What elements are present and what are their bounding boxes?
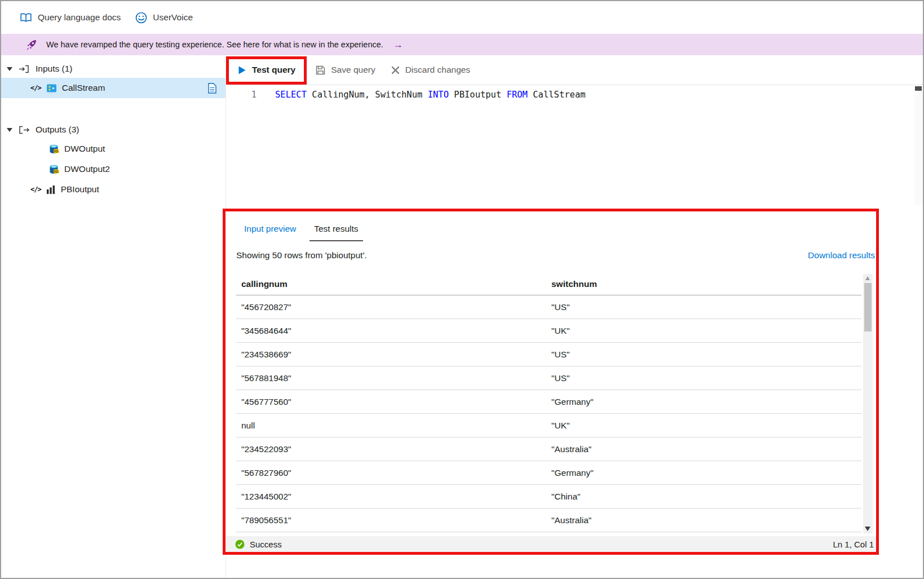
cell-switchnum: "Germany" [546,397,861,407]
tab-input-preview[interactable]: Input preview [244,224,296,241]
sql-database-icon: SQL [48,164,59,175]
cell-switchnum: "UK" [546,421,861,431]
play-icon [238,65,246,75]
cell-callingnum: "567881948" [236,373,546,383]
output-item-label: PBIoutput [61,184,99,195]
cell-callingnum: "789056551" [236,515,546,525]
top-bar: Query language docs UserVoice [1,1,923,34]
discard-changes-button[interactable]: Discard changes [391,65,470,75]
table-row: "567827960""Germany" [236,461,861,485]
status-bar: Success Ln 1, Col 1 [226,536,876,552]
sidebar-item-dwoutput[interactable]: SQL DWOutput [1,139,226,159]
cell-switchnum: "US" [546,302,861,312]
query-toolbar: Test query Save query Discard changes [226,55,923,85]
cell-switchnum: "US" [546,373,861,383]
results-scrollbar[interactable] [863,274,873,533]
banner-message: We have revamped the query testing exper… [46,40,383,49]
status-text: Success [250,540,282,549]
cell-callingnum: "567827960" [236,468,546,478]
book-icon [20,13,32,23]
save-icon [316,65,325,75]
sidebar-item-callstream[interactable]: </> CallStream [1,78,226,98]
svg-text:SQL: SQL [54,149,59,152]
query-docs-link[interactable]: Query language docs [20,12,121,23]
table-row: null"UK" [236,414,861,437]
io-sidebar: Inputs (1) </> CallStream Outputs (3) SQ… [1,55,226,578]
download-results-link[interactable]: Download results [808,250,875,260]
results-table: callingnum switchnum "456720827""US" "34… [236,273,861,532]
smiley-icon [135,12,147,24]
uservoice-link[interactable]: UserVoice [135,12,193,24]
results-panel: Input preview Test results Showing 50 ro… [226,211,876,552]
output-item-label: DWOutput [64,144,105,154]
input-item-label: CallStream [62,83,105,93]
sql-database-icon: SQL [48,144,59,154]
scroll-up-icon[interactable] [865,276,870,280]
table-row: "345684644""UK" [236,319,861,343]
success-icon [235,540,245,549]
cell-callingnum: "234522093" [236,444,546,454]
sql-identifier: PBIoutput [449,90,507,100]
cell-callingnum: "234538669" [236,350,546,360]
scrollbar-thumb[interactable] [915,86,922,91]
sql-keyword: INTO [428,90,449,100]
cell-switchnum: "UK" [546,326,861,336]
status-left: Success [235,540,282,549]
inputs-header[interactable]: Inputs (1) [1,60,226,78]
line-number: 1 [226,88,257,101]
code-line: 1 SELECT CallingNum, SwitchNum INTO PBIo… [226,85,923,101]
cell-switchnum: "Germany" [546,468,861,478]
results-tabs: Input preview Test results [226,211,876,241]
table-row: "234538669""US" [236,343,861,366]
cell-callingnum: "456777560" [236,397,546,407]
cell-switchnum: "US" [546,350,861,360]
column-header-switchnum: switchnum [546,279,861,289]
sql-keyword: FROM [507,90,528,100]
banner-arrow-icon[interactable]: → [393,39,403,51]
inputs-header-label: Inputs (1) [36,64,72,74]
scrollbar-thumb[interactable] [864,283,872,332]
results-summary-row: Showing 50 rows from 'pbioutput'. Downlo… [226,241,876,260]
outputs-header-label: Outputs (3) [36,125,79,135]
tab-test-results[interactable]: Test results [310,224,362,241]
rocket-icon [25,38,38,51]
cell-callingnum: "345684644" [236,326,546,336]
table-header-row: callingnum switchnum [236,273,861,295]
table-row: "123445002""China" [236,485,861,509]
chevron-down-icon [7,67,12,71]
sql-keyword: SELECT [275,90,307,100]
discard-changes-label: Discard changes [405,65,470,75]
sql-identifier: CallingNum, SwitchNum [307,90,428,100]
powerbi-icon [46,185,56,195]
query-editor[interactable]: 1 SELECT CallingNum, SwitchNum INTO PBIo… [226,85,923,207]
output-item-label: DWOutput2 [64,164,110,174]
results-summary: Showing 50 rows from 'pbioutput'. [236,250,367,260]
outputs-header[interactable]: Outputs (3) [1,121,226,139]
scroll-down-icon[interactable] [865,527,870,531]
cell-callingnum: "123445002" [236,492,546,502]
notification-banner: We have revamped the query testing exper… [1,34,923,55]
cell-switchnum: "China" [546,492,861,502]
sample-data-icon[interactable] [208,83,216,94]
inputs-icon [19,65,29,73]
save-query-button[interactable]: Save query [316,65,375,75]
query-code: SELECT CallingNum, SwitchNum INTO PBIout… [275,88,586,101]
test-query-button[interactable]: Test query [238,65,295,75]
sidebar-item-pbioutput[interactable]: </> PBIoutput [1,179,226,200]
chevron-down-icon [7,128,12,132]
table-row: "456777560""Germany" [236,390,861,414]
table-row: "456720827""US" [236,295,861,319]
save-query-label: Save query [331,65,375,75]
uservoice-label: UserVoice [153,12,193,23]
outputs-icon [19,126,29,134]
test-query-label: Test query [252,65,295,75]
editor-scrollbar[interactable] [914,86,922,205]
code-icon: </> [30,185,41,193]
cell-switchnum: "Australia" [546,444,861,454]
sql-identifier: CallStream [528,90,586,100]
cell-callingnum: null [236,421,546,431]
sidebar-item-dwoutput2[interactable]: SQL DWOutput2 [1,159,226,179]
table-row: "567881948""US" [236,366,861,390]
cell-callingnum: "456720827" [236,302,546,312]
query-docs-label: Query language docs [38,12,121,23]
